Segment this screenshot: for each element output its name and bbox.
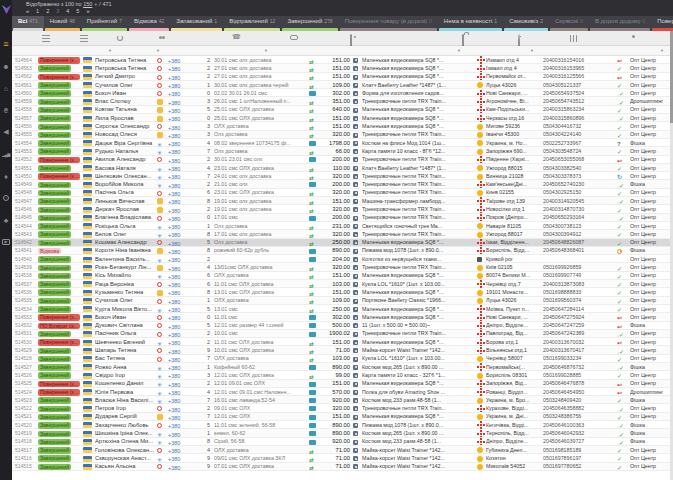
status-list-icon[interactable] — [80, 35, 88, 42]
app-logo-icon[interactable] — [1, 1, 12, 19]
status-badge-cell[interactable]: Завершений — [38, 371, 82, 379]
status-badge[interactable]: Відмова — [38, 248, 61, 255]
pager-page-1[interactable]: 1 — [36, 8, 39, 14]
tab-Повернен[interactable]: Повернен — [651, 16, 673, 31]
status-badge[interactable]: Завершений — [38, 364, 71, 371]
status-badge-cell[interactable]: Завершений — [38, 271, 82, 279]
status-badge-cell[interactable]: Завершений — [38, 354, 82, 362]
status-badge[interactable]: Завершений — [38, 356, 71, 363]
status-badge[interactable]: Завершений — [38, 215, 71, 222]
status-badge[interactable]: Завершений — [38, 148, 71, 155]
status-badge-cell[interactable]: ПО Возврат ск... — [38, 321, 82, 329]
status-badge[interactable]: Завершений — [38, 223, 71, 230]
status-badge[interactable]: Повернення (з... — [38, 74, 80, 81]
status-badge[interactable]: Завершений — [38, 414, 71, 421]
filter-dropdown-icon[interactable]: ▼ — [530, 48, 534, 53]
status-badge[interactable]: Завершений — [38, 406, 71, 413]
pager-first-button[interactable]: « — [26, 8, 29, 14]
status-badge[interactable]: ПО Возврат ск... — [38, 323, 80, 330]
status-badge-cell[interactable]: Завершений — [38, 222, 82, 230]
status-badge[interactable]: Завершений — [38, 207, 71, 214]
status-badge[interactable]: Завершений — [38, 240, 71, 247]
tab-Повернення товару (в дорозі)[interactable]: Повернення товару (в дорозі)0 — [339, 16, 438, 31]
status-badge[interactable]: Повернення (з... — [38, 339, 80, 346]
tab-Завершений[interactable]: Завершений278 — [281, 16, 338, 31]
status-badge[interactable]: Завершений — [38, 90, 71, 97]
status-badge[interactable]: Повернення (з... — [38, 381, 80, 388]
tab-Відправлений[interactable]: Відправлений12 — [223, 16, 281, 31]
status-badge-cell[interactable]: Завершений — [38, 429, 82, 437]
status-badge[interactable]: Завершений — [38, 348, 71, 355]
finance-icon[interactable]: ₴ — [0, 99, 12, 121]
video-icon[interactable]: ▶ — [0, 231, 12, 253]
status-badge[interactable]: Завершений — [38, 397, 71, 404]
table-row[interactable]: 514515ЗавершенийКасьян Альона+380907.01 … — [12, 463, 670, 471]
status-badge[interactable]: Повернення (з... — [38, 173, 80, 180]
status-badge[interactable]: Завершений — [38, 447, 71, 454]
status-badge-cell[interactable]: Завершений — [38, 105, 82, 113]
filter-dropdown-icon[interactable]: ▼ — [108, 48, 112, 53]
social-icon[interactable]: ♣ — [0, 209, 12, 231]
status-badge[interactable]: Повернення (з... — [38, 157, 80, 164]
stats-icon[interactable]: ▂▄▆ — [0, 143, 12, 165]
pager-page-3[interactable]: 3 — [56, 8, 59, 14]
status-badge[interactable]: Завершений — [38, 265, 71, 272]
phone-link[interactable]: +380 — [168, 465, 180, 471]
status-badge-cell[interactable]: Повернення (з... — [38, 313, 82, 321]
pager-page-5[interactable]: 5 — [76, 8, 79, 14]
status-badge-cell[interactable]: Повернення (з... — [38, 388, 82, 396]
home-icon[interactable]: ⌂ — [0, 77, 12, 99]
status-badge[interactable]: Завершений — [38, 464, 71, 471]
status-badge-cell[interactable]: Завершений — [38, 404, 82, 412]
filter-dropdown-icon[interactable]: ▼ — [264, 48, 268, 53]
clients-icon[interactable]: ☻ — [0, 55, 12, 77]
status-badge-cell[interactable]: Завершений — [38, 296, 82, 304]
status-badge-cell[interactable]: Повернення (з... — [38, 56, 82, 64]
status-badge-cell[interactable]: Завершений — [38, 188, 82, 196]
status-badge-cell[interactable]: Завершений — [38, 81, 82, 89]
tab-Всі[interactable]: Всі471 — [12, 16, 44, 31]
tab-Відмова[interactable]: Відмова42 — [128, 16, 170, 31]
status-badge[interactable]: Завершений — [38, 231, 71, 238]
tab-Самовивіз[interactable]: Самовивіз2 — [503, 16, 549, 31]
status-badge[interactable]: Завершений — [38, 281, 71, 288]
status-badge[interactable]: Завершений — [38, 289, 71, 296]
pager-page-2[interactable]: 2 — [46, 8, 49, 14]
info-icon[interactable]: i — [0, 187, 12, 209]
status-badge-cell[interactable]: Завершений — [38, 363, 82, 371]
status-badge[interactable]: Завершений — [38, 273, 71, 280]
status-badge[interactable]: Повернення (з... — [38, 314, 80, 321]
status-badge-cell[interactable]: Повернення (з... — [38, 72, 82, 80]
status-badge-cell[interactable]: Завершений — [38, 97, 82, 105]
status-badge-cell[interactable]: Завершений — [38, 280, 82, 288]
status-badge[interactable]: Завершений — [38, 124, 71, 131]
status-badge-cell[interactable]: Завершений — [38, 238, 82, 246]
tab-Сервісні[interactable]: Сервісні0 — [549, 16, 589, 31]
status-badge-cell[interactable]: Завершений — [38, 130, 82, 138]
status-badge[interactable]: Завершений — [38, 107, 71, 114]
status-badge-cell[interactable]: Завершений — [38, 263, 82, 271]
status-badge-cell[interactable]: Завершений — [38, 197, 82, 205]
status-badge-cell[interactable]: Повернення (з... — [38, 379, 82, 387]
tracking-icon[interactable] — [570, 35, 579, 42]
status-badge[interactable]: Завершений — [38, 439, 71, 446]
status-badge-cell[interactable]: Повернення (з... — [38, 155, 82, 163]
products-icon[interactable]: ♦ — [0, 165, 12, 187]
status-badge-cell[interactable]: Завершений — [38, 114, 82, 122]
status-badge-cell[interactable]: Завершений — [38, 89, 82, 97]
pager-last-button[interactable]: » — [86, 8, 89, 14]
status-badge[interactable]: Повернення (з... — [38, 389, 80, 396]
status-badge[interactable]: Завершений — [38, 165, 71, 172]
status-badge[interactable]: Завершений — [38, 140, 71, 147]
status-badge-cell[interactable]: Завершений — [38, 305, 82, 313]
status-badge-cell[interactable]: Завершений — [38, 454, 82, 462]
status-badge-cell[interactable]: Завершений — [38, 288, 82, 296]
comments-icon[interactable] — [290, 35, 298, 40]
menu-icon[interactable]: ≡ — [0, 33, 12, 55]
filter-dropdown-icon[interactable]: ▼ — [660, 48, 664, 53]
status-badge[interactable]: Завершений — [38, 256, 71, 263]
status-badge[interactable]: Завершений — [38, 115, 71, 122]
pager-page-4[interactable]: 4 — [66, 8, 69, 14]
status-badge[interactable]: Повернення (з... — [38, 57, 80, 64]
tab-В дорозі додому[interactable]: В дорозі додому0 — [589, 16, 651, 31]
